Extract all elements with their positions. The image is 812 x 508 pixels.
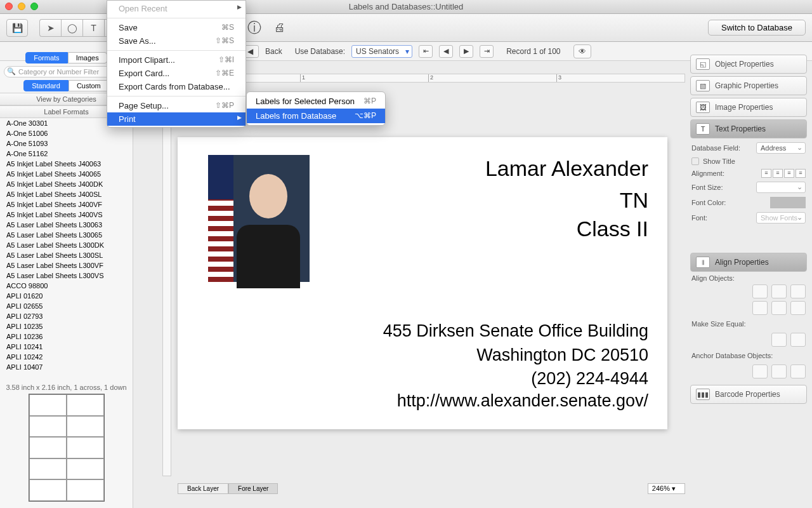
prev-record-icon[interactable]: ◀ — [439, 45, 453, 58]
list-item[interactable]: A-One 51162 — [0, 149, 133, 159]
list-item[interactable]: A5 Inkjet Label Sheets J40065 — [0, 169, 133, 179]
minimize-icon[interactable] — [18, 3, 25, 10]
list-item[interactable]: A5 Inkjet Label Sheets J40063 — [0, 159, 133, 169]
maximize-icon[interactable] — [30, 3, 38, 10]
list-item[interactable]: A5 Laser Label Sheets L30063 — [0, 220, 133, 230]
list-item[interactable]: A-One 51006 — [0, 128, 133, 138]
close-icon[interactable] — [5, 3, 13, 10]
menu-save[interactable]: Save⌘S — [107, 21, 246, 34]
dbfield-select[interactable]: Address — [756, 142, 806, 154]
info-icon[interactable]: ⓘ — [244, 19, 265, 37]
text-properties-header[interactable]: TText Properties — [690, 119, 807, 138]
zoom-select[interactable]: 246% ▾ — [648, 483, 685, 494]
list-item[interactable]: A5 Inkjet Label Sheets J400VS — [0, 210, 133, 220]
fontsize-input[interactable] — [756, 182, 806, 193]
menu-print[interactable]: Print — [107, 112, 246, 126]
tab-custom[interactable]: Custom — [69, 80, 109, 91]
list-item[interactable]: ACCO 98800 — [0, 281, 133, 291]
align-btn2[interactable] — [771, 284, 787, 298]
anchor-btn1[interactable] — [752, 364, 768, 378]
graphic-properties-header[interactable]: ▧Graphic Properties — [690, 76, 807, 95]
window-controls — [5, 3, 38, 10]
object-properties-header[interactable]: ◱Object Properties — [690, 55, 807, 74]
align-justify-icon[interactable]: ≡ — [796, 169, 806, 178]
first-record-icon[interactable]: ⇤ — [419, 45, 433, 58]
list-item[interactable]: A5 Laser Label Sheets L30065 — [0, 230, 133, 240]
tab-formats[interactable]: Formats — [25, 52, 67, 64]
align-right-icon[interactable]: ≡ — [784, 169, 794, 178]
menu-import-clipart[interactable]: Import Clipart...⇧⌘I — [107, 53, 246, 67]
menu-export-cards-db[interactable]: Export Cards from Database... — [107, 80, 246, 93]
list-item[interactable]: APLI 02793 — [0, 311, 133, 321]
align-properties-header[interactable]: ⫴Align Properties — [690, 253, 807, 272]
anchor-btn3[interactable] — [790, 364, 806, 378]
url-text[interactable]: http://www.alexander.senate.gov/ — [397, 391, 648, 411]
state-text[interactable]: TN — [620, 188, 648, 213]
fontcolor-swatch[interactable] — [770, 197, 806, 208]
list-item[interactable]: APLI 10241 — [0, 342, 133, 352]
align-btn6[interactable] — [790, 301, 806, 315]
list-item[interactable]: A5 Laser Label Sheets L300SL — [0, 250, 133, 260]
back-layer-tab[interactable]: Back Layer — [178, 483, 228, 494]
submenu-labels-selected[interactable]: Labels for Selected Person⌘P — [247, 94, 385, 109]
list-item[interactable]: A5 Inkjet Label Sheets J400SL — [0, 189, 133, 199]
showfonts-button[interactable]: Show Fonts — [756, 212, 806, 224]
anchor-btn2[interactable] — [771, 364, 787, 378]
list-item[interactable]: A5 Laser Label Sheets L300VS — [0, 271, 133, 281]
horizontal-ruler: 0123 — [171, 74, 685, 83]
align-center-icon[interactable]: ≡ — [773, 169, 783, 178]
make-size-label: Make Size Equal: — [691, 320, 806, 328]
size-btn2[interactable] — [790, 333, 806, 347]
fore-layer-tab[interactable]: Fore Layer — [228, 483, 278, 494]
list-item[interactable]: A5 Inkjet Label Sheets J400VF — [0, 199, 133, 210]
label-page[interactable]: Lamar Alexander TN Class II 455 Dirksen … — [178, 137, 667, 429]
align-objects-label: Align Objects: — [691, 274, 806, 282]
menu-page-setup[interactable]: Page Setup...⇧⌘P — [107, 99, 246, 112]
alignment-buttons: ≡ ≡ ≡ ≡ — [761, 169, 806, 178]
last-record-icon[interactable]: ⇥ — [480, 45, 494, 58]
align-btn1[interactable] — [752, 284, 768, 298]
menu-export-card[interactable]: Export Card...⇧⌘E — [107, 67, 246, 80]
name-text[interactable]: Lamar Alexander — [485, 156, 648, 181]
list-item[interactable]: APLI 10236 — [0, 331, 133, 342]
size-btn1[interactable] — [771, 333, 787, 347]
list-item[interactable]: A5 Laser Label Sheets L300DK — [0, 240, 133, 250]
person-photo[interactable] — [208, 155, 310, 282]
menu-save-as[interactable]: Save As...⇧⌘S — [107, 34, 246, 48]
list-item[interactable]: APLI 01620 — [0, 291, 133, 301]
align-btn4[interactable] — [752, 301, 768, 315]
next-record-icon[interactable]: ▶ — [459, 45, 473, 58]
class-text[interactable]: Class II — [577, 217, 648, 241]
print-icon[interactable]: 🖨 — [269, 19, 291, 37]
pointer-tool-icon[interactable]: ➤ — [39, 19, 61, 37]
list-item[interactable]: APLI 10235 — [0, 321, 133, 331]
list-item[interactable]: APLI 02655 — [0, 301, 133, 311]
show-title-checkbox[interactable] — [691, 157, 699, 165]
submenu-labels-database[interactable]: Labels from Database⌥⌘P — [247, 109, 385, 123]
preview-icon[interactable]: 👁 — [573, 44, 591, 58]
list-item[interactable]: APLI 10242 — [0, 352, 133, 362]
record-counter: Record 1 of 100 — [506, 47, 560, 56]
use-database-label: Use Database: — [295, 47, 345, 56]
address1-text[interactable]: 455 Dirksen Senate Office Building — [383, 321, 648, 341]
address2-text[interactable]: Washington DC 20510 — [476, 345, 648, 365]
switch-database-button[interactable]: Switch to Database — [708, 20, 806, 36]
barcode-properties-header[interactable]: ▮▮▮Barcode Properties — [690, 385, 807, 404]
format-list[interactable]: A-One 30301A-One 51006A-One 51093A-One 5… — [0, 118, 133, 372]
circle-tool-icon[interactable]: ◯ — [61, 19, 82, 37]
database-select[interactable]: US Senators — [351, 45, 412, 58]
tab-standard[interactable]: Standard — [23, 80, 69, 91]
text-tool-icon[interactable]: T — [82, 19, 104, 37]
save-icon[interactable]: 💾 — [6, 19, 28, 37]
list-item[interactable]: A5 Inkjet Label Sheets J400DK — [0, 179, 133, 189]
align-btn5[interactable] — [771, 301, 787, 315]
image-properties-header[interactable]: 🖼Image Properties — [690, 98, 807, 117]
tab-images[interactable]: Images — [68, 52, 107, 64]
list-item[interactable]: A-One 51093 — [0, 138, 133, 149]
menu-open-recent[interactable]: Open Recent — [107, 2, 246, 15]
list-item[interactable]: APLI 10407 — [0, 362, 133, 372]
align-left-icon[interactable]: ≡ — [761, 169, 771, 178]
list-item[interactable]: A5 Laser Label Sheets L300VF — [0, 260, 133, 271]
phone-text[interactable]: (202) 224-4944 — [531, 369, 648, 389]
align-btn3[interactable] — [790, 284, 806, 298]
